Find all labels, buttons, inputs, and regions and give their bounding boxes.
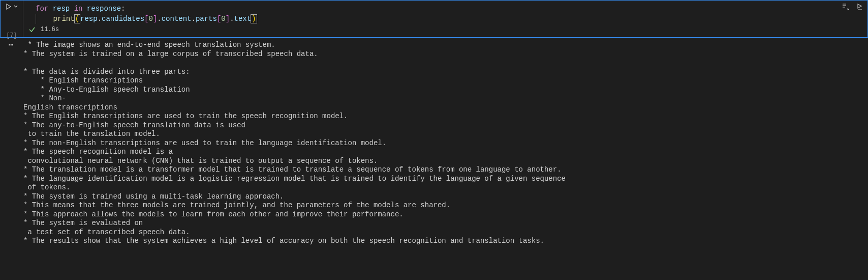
execution-time: 11.6s <box>41 26 59 33</box>
num-zero: 0 <box>148 15 152 23</box>
prop-content: content <box>162 15 192 23</box>
prop-text: text <box>234 15 252 23</box>
run-by-line-icon <box>842 3 850 11</box>
prop-candidates: candidates <box>102 15 144 23</box>
bracket-close: ] <box>226 15 230 23</box>
cell-gutter: [7] <box>1 1 23 37</box>
code-line-2[interactable]: print(resp.candidates[0].content.parts[0… <box>23 14 867 24</box>
run-by-line-button[interactable] <box>840 2 851 13</box>
output-text[interactable]: * The image shows an end-to-end speech t… <box>22 41 868 246</box>
execution-count: [7] <box>6 32 17 39</box>
check-icon <box>28 26 36 33</box>
code-editor[interactable]: for resp in response: print(resp.candida… <box>23 1 867 37</box>
cell-status: 11.6s <box>23 24 867 35</box>
var-resp: resp <box>80 15 98 23</box>
cell-toolbar <box>840 2 865 13</box>
paren-close: ) <box>251 14 257 23</box>
colon: : <box>121 5 125 13</box>
execute-cell-button[interactable] <box>854 2 865 13</box>
fn-print: print <box>53 15 75 23</box>
play-icon <box>6 4 12 10</box>
var-response: response <box>87 5 121 13</box>
run-cell-button[interactable] <box>6 4 18 10</box>
var-resp: resp <box>53 5 70 13</box>
paren-open: ( <box>74 14 80 23</box>
num-zero: 0 <box>221 15 225 23</box>
code-line-1[interactable]: for resp in response: <box>23 4 867 14</box>
code-cell: [7] for resp in response: print(resp.can… <box>0 0 868 38</box>
output-gutter: ⋯ <box>0 41 22 246</box>
output-menu-button[interactable]: ⋯ <box>9 42 14 246</box>
execute-below-icon <box>856 3 864 11</box>
keyword-in: in <box>74 5 83 13</box>
prop-parts: parts <box>196 15 217 23</box>
cell-output: ⋯ * The image shows an end-to-end speech… <box>0 38 868 246</box>
keyword-for: for <box>36 5 48 13</box>
chevron-down-icon <box>14 5 18 9</box>
